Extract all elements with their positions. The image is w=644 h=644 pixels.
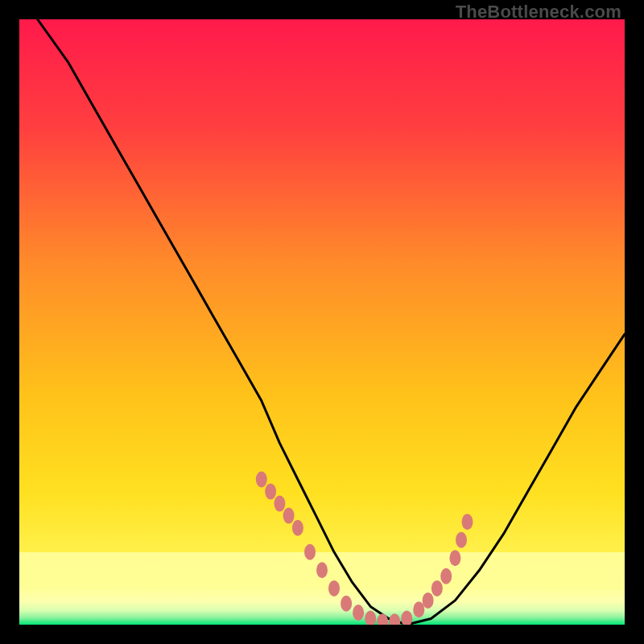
highlight-dot bbox=[456, 532, 467, 548]
highlight-dot bbox=[274, 496, 285, 512]
bottleneck-chart bbox=[19, 19, 625, 625]
chart-frame bbox=[19, 19, 625, 625]
highlight-dot bbox=[462, 514, 473, 530]
highlight-dot bbox=[341, 596, 352, 612]
highlight-dot bbox=[449, 550, 460, 566]
highlight-dot bbox=[304, 544, 316, 560]
highlight-dot bbox=[431, 580, 443, 597]
highlight-dot bbox=[292, 520, 303, 536]
highlight-dot bbox=[423, 592, 434, 609]
highlight-dot bbox=[283, 508, 295, 524]
highlight-dot bbox=[353, 605, 364, 621]
gradient-background bbox=[19, 19, 625, 625]
highlight-dot bbox=[256, 472, 267, 488]
highlight-dot bbox=[440, 568, 452, 584]
highlight-dot bbox=[328, 580, 340, 597]
bottom-gradient bbox=[19, 589, 625, 625]
highlight-dot bbox=[413, 601, 424, 617]
highlight-dot bbox=[316, 562, 328, 578]
highlight-dot bbox=[265, 484, 276, 500]
